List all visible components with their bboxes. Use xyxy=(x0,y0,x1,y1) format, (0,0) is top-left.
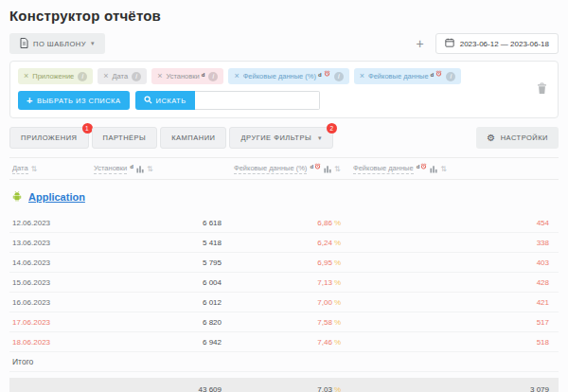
date-range-button[interactable]: 2023-06-12 — 2023-06-18 xyxy=(435,33,559,54)
chip-label: Фейковые данные (%) xyxy=(243,72,316,80)
column-superscript: d xyxy=(417,164,420,169)
add-report-button[interactable]: + xyxy=(417,37,424,50)
fake-percent-cell: 7,13 xyxy=(231,278,350,287)
bar-chart-icon[interactable] xyxy=(430,165,437,173)
page-title: Конструктор отчётов xyxy=(9,8,559,24)
fake-count-cell: 338 xyxy=(350,239,559,247)
filter-chip[interactable]: × Дата i xyxy=(98,68,147,84)
application-link[interactable]: Application xyxy=(28,191,85,203)
alarm-icon xyxy=(324,70,330,77)
chip-label: Установки xyxy=(166,72,199,80)
select-from-list-button[interactable]: + Выбрать из списка xyxy=(18,91,130,110)
fake-count-cell: 403 xyxy=(350,258,559,267)
chevron-down-icon: ▾ xyxy=(318,134,322,142)
column-superscript: d xyxy=(310,164,313,169)
table-row[interactable]: 16.06.2023 6 012 7,00 421 xyxy=(9,293,559,312)
filter-tabs: Приложения ▾ 1 Партнёры ▾ Кампании ▾ Дру… xyxy=(9,127,559,149)
fake-percent-cell: 6,95 xyxy=(231,258,350,267)
tab-badge: 2 xyxy=(327,123,337,134)
date-cell: 18.06.2023 xyxy=(9,338,91,347)
info-icon[interactable]: i xyxy=(132,72,141,81)
chip-superscript: d xyxy=(202,72,205,78)
column-superscript: d xyxy=(130,164,133,169)
totals-installs: 43 609 xyxy=(91,385,231,392)
tab[interactable]: Другие фильтры ▾ 2 xyxy=(229,127,333,149)
filter-chip[interactable]: × Установки d i xyxy=(151,68,223,84)
search-button[interactable]: Искать xyxy=(135,91,195,110)
tab-badge: 1 xyxy=(82,123,93,134)
chip-remove-icon[interactable]: × xyxy=(360,72,364,80)
table-header: Дата ⇅ Установки d ⇅ Фейковые данные (%)… xyxy=(9,157,559,180)
table-row[interactable]: 17.06.2023 6 820 7,58 517 xyxy=(9,312,559,332)
sort-icon[interactable]: ⇅ xyxy=(31,165,38,173)
chip-label: Фейковые данные xyxy=(368,72,429,80)
template-button-label: По шаблону xyxy=(33,40,86,48)
chip-remove-icon[interactable]: × xyxy=(157,72,162,80)
table-body: 12.06.2023 6 618 6,86 454 13.06.2023 5 4… xyxy=(9,213,559,352)
bar-chart-icon[interactable] xyxy=(324,165,331,173)
settings-button-label: Настройки xyxy=(501,134,548,142)
search-button-label: Искать xyxy=(156,97,186,105)
tab[interactable]: Партнёры ▾ xyxy=(92,127,158,149)
info-icon[interactable]: i xyxy=(208,72,218,81)
trash-icon[interactable] xyxy=(537,82,547,98)
sort-icon[interactable]: ⇅ xyxy=(440,165,447,173)
chip-remove-icon[interactable]: × xyxy=(103,72,108,80)
settings-button[interactable]: ⚙ Настройки xyxy=(476,127,559,149)
column-label: Дата xyxy=(12,164,28,174)
date-cell: 17.06.2023 xyxy=(9,318,91,327)
bar-chart-icon[interactable] xyxy=(136,165,144,173)
toolbar-right: + 2023-06-12 — 2023-06-18 xyxy=(417,33,559,54)
installs-cell: 6 012 xyxy=(91,298,231,307)
sort-icon[interactable]: ⇅ xyxy=(147,165,153,173)
table-row[interactable]: 18.06.2023 6 942 7,46 518 xyxy=(9,332,559,352)
info-icon[interactable]: i xyxy=(446,72,455,81)
filter-chip[interactable]: × Приложение i xyxy=(18,68,93,84)
table-row[interactable]: 13.06.2023 5 418 6,24 338 xyxy=(9,233,559,253)
installs-cell: 5 795 xyxy=(91,258,231,267)
column-header[interactable]: Установки d ⇅ xyxy=(91,164,231,174)
chip-remove-icon[interactable]: × xyxy=(234,72,239,80)
info-icon[interactable]: i xyxy=(334,72,344,81)
table-row[interactable]: 14.06.2023 5 795 6,95 403 xyxy=(9,253,559,273)
date-cell: 13.06.2023 xyxy=(9,239,91,247)
alarm-icon xyxy=(314,163,321,169)
column-header[interactable]: Дата ⇅ xyxy=(9,164,91,174)
fake-percent-cell: 7,46 xyxy=(231,338,350,347)
installs-cell: 5 418 xyxy=(91,239,231,247)
installs-cell: 6 942 xyxy=(91,338,231,347)
totals-label-row: Итого xyxy=(9,352,559,372)
plus-icon: + xyxy=(27,96,33,106)
alarm-icon xyxy=(435,70,442,77)
tab-label: Другие фильтры xyxy=(240,134,311,142)
date-cell: 15.06.2023 xyxy=(9,278,91,287)
filter-chip[interactable]: × Фейковые данные (%) d i xyxy=(228,68,348,84)
filter-chips: × Приложение i × Дата i × Установки xyxy=(18,68,525,84)
fake-count-cell: 454 xyxy=(350,219,559,227)
tab[interactable]: Приложения ▾ 1 xyxy=(9,127,89,149)
tab[interactable]: Кампании ▾ xyxy=(160,127,226,149)
chip-label: Дата xyxy=(113,72,129,80)
alarm-icon xyxy=(420,163,427,169)
search-input[interactable] xyxy=(195,91,320,110)
android-icon xyxy=(11,188,23,205)
chip-superscript: d xyxy=(318,72,322,78)
info-icon[interactable]: i xyxy=(78,72,87,81)
column-label: Фейковые данные (%) xyxy=(234,164,307,174)
template-button[interactable]: По шаблону ▾ xyxy=(9,33,105,54)
date-cell: 12.06.2023 xyxy=(9,219,91,227)
column-header[interactable]: Фейковые данные (%) d ⇅ xyxy=(231,164,350,174)
column-header[interactable]: Фейковые данные d ⇅ xyxy=(350,164,559,174)
fake-count-cell: 518 xyxy=(350,338,559,347)
installs-cell: 6 004 xyxy=(91,278,231,287)
gear-icon: ⚙ xyxy=(487,134,495,143)
chip-label: Приложение xyxy=(32,72,74,80)
sort-icon[interactable]: ⇅ xyxy=(334,165,341,173)
column-label: Установки xyxy=(94,164,127,174)
filter-chip[interactable]: × Фейковые данные d i xyxy=(354,68,462,84)
table-row[interactable]: 15.06.2023 6 004 7,13 428 xyxy=(9,273,559,293)
table-row[interactable]: 12.06.2023 6 618 6,86 454 xyxy=(9,213,559,233)
date-cell: 16.06.2023 xyxy=(9,298,91,307)
group-row: Application xyxy=(9,180,559,213)
chip-remove-icon[interactable]: × xyxy=(24,72,28,80)
